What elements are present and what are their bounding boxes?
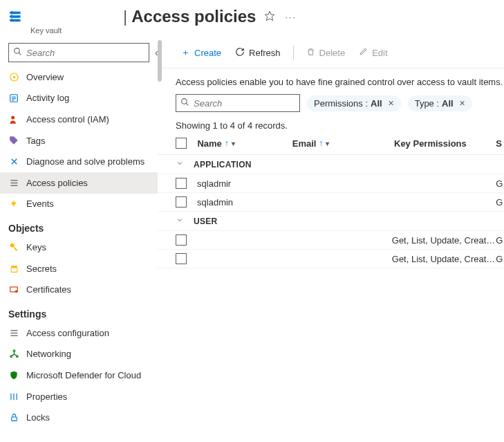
select-all-checkbox[interactable] xyxy=(176,138,187,149)
table-row[interactable]: sqladmin G xyxy=(158,193,504,212)
sidebar-item-label: Secrets xyxy=(26,264,57,274)
close-icon[interactable]: ✕ xyxy=(388,99,394,108)
certificates-icon xyxy=(8,284,19,295)
sidebar-item-activity-log[interactable]: Activity log xyxy=(0,88,158,109)
trash-icon xyxy=(306,47,315,59)
sidebar-item-keys[interactable]: Keys xyxy=(0,237,158,258)
col-key-permissions[interactable]: Key Permissions xyxy=(394,138,496,149)
sidebar-item-label: Access policies xyxy=(26,178,88,188)
row-checkbox[interactable] xyxy=(176,196,187,208)
networking-icon xyxy=(8,349,19,360)
svg-point-9 xyxy=(11,116,15,119)
sidebar-item-label: Events xyxy=(26,199,54,209)
page-title: Access policies xyxy=(131,7,256,26)
scrollbar[interactable] xyxy=(158,40,163,442)
svg-line-2 xyxy=(19,53,21,55)
svg-marker-0 xyxy=(265,11,274,20)
chevron-down-icon: ▾ xyxy=(326,140,329,147)
main-panel: ＋ Create Refresh Delete Edit Acc xyxy=(158,40,504,442)
group-row-application[interactable]: APPLICATION xyxy=(158,155,504,174)
intro-text: Access policies enable you to have fine … xyxy=(158,68,504,94)
edit-icon xyxy=(359,47,368,58)
tags-icon xyxy=(8,135,19,146)
col-name[interactable]: Name ↑▾ xyxy=(197,138,292,149)
sidebar-item-locks[interactable]: Locks xyxy=(0,407,158,428)
svg-line-29 xyxy=(186,103,188,105)
resource-type-label: Key vault xyxy=(30,26,504,35)
sidebar-item-certificates[interactable]: Certificates xyxy=(0,279,158,300)
access-control-icon xyxy=(8,113,19,125)
activity-log-icon xyxy=(8,93,19,104)
svg-point-21 xyxy=(13,350,15,352)
chevron-down-icon xyxy=(176,216,194,226)
col-email[interactable]: Email ↑▾ xyxy=(292,138,394,149)
sidebar-item-label: Locks xyxy=(26,412,50,423)
chevron-down-icon xyxy=(176,159,194,169)
sort-asc-icon: ↑ xyxy=(225,138,229,148)
sidebar-item-diagnose[interactable]: Diagnose and solve problems xyxy=(0,151,158,172)
sidebar-item-tags[interactable]: Tags xyxy=(0,130,158,151)
sidebar-item-access-control[interactable]: Access control (IAM) xyxy=(0,109,158,130)
sidebar-item-label: Access configuration xyxy=(26,328,109,338)
sidebar-item-label: Tags xyxy=(26,136,45,146)
title-separator: | xyxy=(123,7,127,26)
access-policies-icon xyxy=(8,177,19,188)
sidebar-item-label: Networking xyxy=(26,349,71,359)
sidebar-item-access-configuration[interactable]: Access configuration xyxy=(0,322,158,344)
more-icon[interactable]: ··· xyxy=(285,12,297,22)
create-button[interactable]: ＋ Create xyxy=(176,43,227,62)
col-secret-permissions[interactable]: S xyxy=(496,138,504,149)
svg-point-17 xyxy=(15,290,18,293)
sidebar-item-defender[interactable]: Microsoft Defender for Cloud xyxy=(0,365,158,386)
sidebar-search-input[interactable] xyxy=(25,47,144,59)
events-icon xyxy=(8,199,19,210)
sidebar-item-overview[interactable]: Overview xyxy=(0,66,158,88)
sidebar-item-label: Activity log xyxy=(26,93,69,103)
table-search-input[interactable] xyxy=(192,98,312,109)
toolbar: ＋ Create Refresh Delete Edit xyxy=(158,40,504,68)
sidebar-item-access-policies[interactable]: Access policies xyxy=(0,172,158,194)
sidebar-search[interactable] xyxy=(8,43,149,62)
filter-type[interactable]: Type : All ✕ xyxy=(408,95,472,111)
row-checkbox[interactable] xyxy=(176,234,187,246)
sidebar-item-events[interactable]: Events xyxy=(0,194,158,215)
sidebar: « Overview Activity log Access control (… xyxy=(0,40,158,442)
secrets-icon xyxy=(8,263,19,274)
properties-icon xyxy=(8,391,19,402)
table-header: Name ↑▾ Email ↑▾ Key Permissions S xyxy=(158,135,504,155)
keyvault-icon xyxy=(8,8,25,25)
svg-rect-15 xyxy=(11,266,17,268)
sidebar-item-networking[interactable]: Networking xyxy=(0,344,158,365)
sidebar-item-label: Diagnose and solve problems xyxy=(26,156,144,167)
table-row[interactable]: sqladmir G xyxy=(158,174,504,193)
refresh-icon xyxy=(235,47,245,59)
plus-icon: ＋ xyxy=(181,46,190,59)
svg-point-4 xyxy=(12,75,15,78)
table-row[interactable]: Get, List, Update, Create, ... G xyxy=(158,231,504,250)
sidebar-item-secrets[interactable]: Secrets xyxy=(0,258,158,279)
row-checkbox[interactable] xyxy=(176,253,187,264)
sidebar-section-objects: Objects xyxy=(0,214,158,237)
row-checkbox[interactable] xyxy=(176,178,187,189)
edit-button: Edit xyxy=(353,44,393,62)
sidebar-item-label: Access control (IAM) xyxy=(26,114,109,125)
table-row[interactable]: Get, List, Update, Create, ... G xyxy=(158,250,504,268)
svg-rect-14 xyxy=(11,267,17,272)
keys-icon xyxy=(8,241,19,252)
refresh-button[interactable]: Refresh xyxy=(230,44,286,62)
access-configuration-icon xyxy=(8,327,19,338)
svg-point-28 xyxy=(182,99,187,104)
sidebar-item-properties[interactable]: Properties xyxy=(0,386,158,407)
search-icon xyxy=(13,47,22,58)
sidebar-item-label: Overview xyxy=(26,72,64,82)
filter-permissions[interactable]: Permissions : All ✕ xyxy=(307,95,401,111)
table-search[interactable] xyxy=(176,94,300,112)
sort-asc-icon: ↑ xyxy=(319,138,323,148)
sidebar-section-settings: Settings xyxy=(0,300,158,322)
favorite-icon[interactable] xyxy=(264,10,275,24)
group-row-user[interactable]: USER xyxy=(158,212,504,231)
close-icon[interactable]: ✕ xyxy=(459,99,465,108)
diagnose-icon xyxy=(8,156,19,167)
locks-icon xyxy=(8,412,19,423)
sidebar-item-label: Certificates xyxy=(26,284,71,295)
